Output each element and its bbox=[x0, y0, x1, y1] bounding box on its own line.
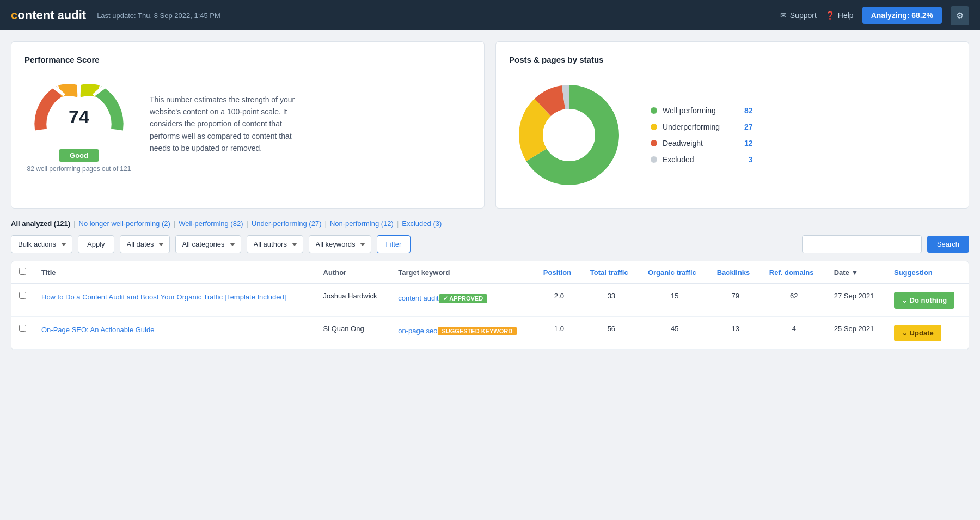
row-checkbox-td bbox=[11, 317, 34, 350]
row-title-link[interactable]: On-Page SEO: An Actionable Guide bbox=[41, 325, 308, 335]
analyzing-button[interactable]: Analyzing: 68.2% bbox=[862, 7, 942, 24]
tab-excluded[interactable]: Excluded (3) bbox=[402, 219, 442, 228]
settings-button[interactable]: ⚙ bbox=[951, 6, 969, 25]
excluded-label: Excluded bbox=[663, 155, 743, 164]
all-authors-select[interactable]: All authors bbox=[247, 235, 303, 253]
well-performing-label: Well performing bbox=[663, 106, 739, 115]
donut-container bbox=[509, 75, 629, 195]
search-input[interactable] bbox=[802, 235, 922, 253]
tab-under-performing[interactable]: Under-performing (27) bbox=[252, 219, 322, 228]
filters-bar: Bulk actions Apply All dates All categor… bbox=[11, 235, 969, 253]
select-all-th bbox=[11, 261, 34, 284]
well-performing-count: 82 bbox=[744, 106, 753, 115]
deadweight-label: Deadweight bbox=[663, 139, 739, 148]
svg-point-5 bbox=[543, 109, 595, 161]
main-content: Performance Score bbox=[0, 30, 980, 361]
suggestion-col-header[interactable]: Suggestion bbox=[886, 261, 969, 284]
row-checkbox[interactable] bbox=[19, 325, 26, 332]
support-button[interactable]: ✉ Support bbox=[780, 11, 817, 20]
help-button[interactable]: ❓ Help bbox=[825, 11, 854, 20]
row-organic-traffic: 45 bbox=[640, 317, 709, 350]
row-checkbox-td bbox=[11, 284, 34, 317]
app-header: content audit Last update: Thu, 8 Sep 20… bbox=[0, 0, 980, 30]
row-ref-domains: 62 bbox=[762, 284, 826, 317]
row-title-td: How to Do a Content Audit and Boost Your… bbox=[34, 284, 316, 317]
keyword-col-header: Target keyword bbox=[390, 261, 536, 284]
row-suggestion-td: ⌄ Do nothing bbox=[886, 284, 969, 317]
row-total-traffic: 33 bbox=[583, 284, 640, 317]
keyword-badge: SUGGESTED KEYWORD bbox=[438, 327, 517, 335]
tabs-bar: All analyzed (121) | No longer well-perf… bbox=[11, 219, 969, 228]
tab-all-analyzed[interactable]: All analyzed (121) bbox=[11, 219, 70, 228]
legend: Well performing 82 Underperforming 27 De… bbox=[651, 106, 753, 164]
total-traffic-col-header[interactable]: Total traffic bbox=[583, 261, 640, 284]
row-checkbox[interactable] bbox=[19, 292, 26, 299]
position-col-header[interactable]: Position bbox=[536, 261, 583, 284]
row-date: 27 Sep 2021 bbox=[826, 284, 886, 317]
performance-card-inner: 74 Good 82 well performing pages out of … bbox=[24, 75, 471, 173]
row-keyword-link[interactable]: on-page seo bbox=[398, 327, 437, 335]
row-backlinks: 79 bbox=[709, 284, 762, 317]
all-dates-select[interactable]: All dates bbox=[120, 235, 170, 253]
tab-well-performing[interactable]: Well-performing (82) bbox=[179, 219, 243, 228]
row-suggestion-td: ⌄ Update bbox=[886, 317, 969, 350]
all-keywords-select[interactable]: All keywords bbox=[309, 235, 371, 253]
apply-button[interactable]: Apply bbox=[78, 235, 114, 253]
app-logo: content audit bbox=[11, 8, 86, 22]
keyword-badge: ✓ APPROVED bbox=[439, 294, 487, 303]
gauge-sub-text: 82 well performing pages out of 121 bbox=[27, 165, 131, 173]
last-update: Last update: Thu, 8 Sep 2022, 1:45 PM bbox=[97, 11, 769, 20]
legend-item-underperforming: Underperforming 27 bbox=[651, 123, 753, 131]
row-date: 25 Sep 2021 bbox=[826, 317, 886, 350]
excluded-dot bbox=[651, 156, 657, 163]
row-organic-traffic: 15 bbox=[640, 284, 709, 317]
row-suggestion-button[interactable]: ⌄ Update bbox=[894, 325, 941, 341]
row-suggestion-button[interactable]: ⌄ Do nothing bbox=[894, 292, 954, 309]
table-row: On-Page SEO: An Actionable GuideSi Quan … bbox=[11, 317, 969, 350]
logo-c: c bbox=[11, 8, 17, 22]
backlinks-col-header[interactable]: Backlinks bbox=[709, 261, 762, 284]
row-position: 2.0 bbox=[536, 284, 583, 317]
author-col-header: Author bbox=[316, 261, 391, 284]
select-all-checkbox[interactable] bbox=[19, 268, 26, 275]
performance-card-title: Performance Score bbox=[24, 55, 471, 64]
gear-icon: ⚙ bbox=[956, 11, 964, 20]
well-performing-dot bbox=[651, 107, 657, 114]
date-col-header[interactable]: Date ▼ bbox=[826, 261, 886, 284]
all-categories-select[interactable]: All categories bbox=[175, 235, 241, 253]
deadweight-count: 12 bbox=[744, 139, 753, 148]
status-card-title: Posts & pages by status bbox=[509, 55, 955, 64]
good-badge: Good bbox=[59, 149, 99, 162]
row-author: Si Quan Ong bbox=[316, 317, 391, 350]
row-total-traffic: 56 bbox=[583, 317, 640, 350]
row-keyword-link[interactable]: content audit bbox=[398, 294, 438, 302]
logo-text: ontent audit bbox=[17, 8, 86, 22]
tab-non-performing[interactable]: Non-performing (12) bbox=[330, 219, 394, 228]
deadweight-dot bbox=[651, 140, 657, 146]
row-keyword: on-page seoSUGGESTED KEYWORD bbox=[390, 317, 536, 350]
gauge-svg: 74 bbox=[24, 75, 133, 146]
support-label: Support bbox=[790, 11, 817, 20]
excluded-count: 3 bbox=[749, 155, 753, 164]
row-keyword: content audit✓ APPROVED bbox=[390, 284, 536, 317]
donut-svg bbox=[509, 75, 629, 195]
cards-row: Performance Score bbox=[11, 41, 969, 209]
underperforming-dot bbox=[651, 124, 657, 130]
filter-button[interactable]: Filter bbox=[377, 235, 411, 253]
row-title-td: On-Page SEO: An Actionable Guide bbox=[34, 317, 316, 350]
organic-traffic-col-header[interactable]: Organic traffic bbox=[640, 261, 709, 284]
status-card: Posts & pages by status bbox=[495, 41, 969, 209]
search-button[interactable]: Search bbox=[927, 236, 969, 253]
table-header-row: Title Author Target keyword Position Tot… bbox=[11, 261, 969, 284]
status-card-inner: Well performing 82 Underperforming 27 De… bbox=[509, 75, 955, 195]
ref-domains-col-header[interactable]: Ref. domains bbox=[762, 261, 826, 284]
row-author: Joshua Hardwick bbox=[316, 284, 391, 317]
legend-item-deadweight: Deadweight 12 bbox=[651, 139, 753, 148]
header-right: ✉ Support ❓ Help Analyzing: 68.2% ⚙ bbox=[780, 6, 969, 25]
question-icon: ❓ bbox=[825, 11, 835, 20]
row-title-link[interactable]: How to Do a Content Audit and Boost Your… bbox=[41, 292, 308, 303]
bulk-actions-select[interactable]: Bulk actions bbox=[11, 235, 72, 253]
row-backlinks: 13 bbox=[709, 317, 762, 350]
table-row: How to Do a Content Audit and Boost Your… bbox=[11, 284, 969, 317]
tab-no-longer-well-performing[interactable]: No longer well-performing (2) bbox=[79, 219, 170, 228]
